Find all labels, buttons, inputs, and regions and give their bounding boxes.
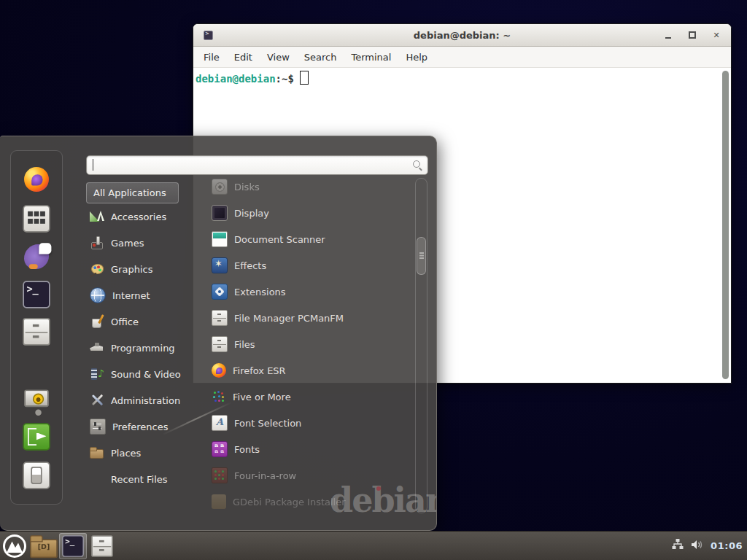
taskbar-clock[interactable]: 01:06 xyxy=(711,540,743,551)
taskbar-file-manager-launcher[interactable] xyxy=(88,533,116,559)
terminal-scrollbar[interactable] xyxy=(721,70,729,380)
category-graphics[interactable]: Graphics xyxy=(86,256,193,282)
search-icon xyxy=(412,160,422,170)
category-internet[interactable]: Internet xyxy=(86,282,193,308)
spacer xyxy=(90,472,104,486)
pidgin-icon xyxy=(24,244,49,269)
taskbar: [D] 01:06 xyxy=(0,531,747,560)
tray-network[interactable] xyxy=(673,540,686,552)
menubar-terminal[interactable]: Terminal xyxy=(344,52,398,63)
search-box xyxy=(86,155,428,175)
maximize-button[interactable] xyxy=(685,28,700,42)
file-manager-icon xyxy=(212,310,228,326)
display-icon xyxy=(212,205,228,221)
app-five-or-more[interactable]: Five or More xyxy=(193,384,411,410)
taskbar-menu-button[interactable] xyxy=(1,533,28,559)
internet-icon xyxy=(90,287,106,303)
app-files[interactable]: Files xyxy=(193,331,411,357)
menu-scrollbar-thumb[interactable] xyxy=(417,237,426,275)
four-in-a-row-icon xyxy=(212,467,228,483)
shut-down-button[interactable] xyxy=(22,461,51,490)
category-places[interactable]: Places xyxy=(86,440,193,466)
volume-icon xyxy=(691,539,705,553)
firefox-icon xyxy=(212,363,226,378)
terminal-scrollbar-thumb[interactable] xyxy=(722,71,729,379)
app-gdebi-package-installer[interactable]: GDebi Package Installer xyxy=(193,489,411,515)
fonts-icon xyxy=(212,441,228,457)
filter-all-applications[interactable]: All Applications xyxy=(86,182,179,203)
category-programming[interactable]: Programming xyxy=(86,335,193,361)
app-fonts[interactable]: Fonts xyxy=(193,436,411,462)
app-label: Font Selection xyxy=(234,418,301,429)
category-games[interactable]: Games xyxy=(86,230,193,256)
category-administration[interactable]: Administration xyxy=(86,387,193,413)
terminal-titlebar[interactable]: debian@debian: ~ xyxy=(193,24,731,47)
app-document-scanner[interactable]: Document Scanner xyxy=(193,226,411,252)
tray-volume[interactable] xyxy=(692,540,705,552)
app-extensions[interactable]: Extensions xyxy=(193,279,411,305)
document-scanner-icon xyxy=(212,231,228,247)
menubar-help[interactable]: Help xyxy=(398,52,435,63)
log-out-icon xyxy=(23,423,50,450)
close-button[interactable] xyxy=(709,28,724,42)
category-label: Preferences xyxy=(112,421,168,432)
log-out-button[interactable] xyxy=(22,422,51,451)
lock-screen-button[interactable] xyxy=(22,385,51,414)
lock-screen-icon xyxy=(24,387,49,412)
category-sound-video[interactable]: Sound & Video xyxy=(86,361,193,387)
menubar-search[interactable]: Search xyxy=(297,52,344,63)
taskbar-desktop-folder-launcher[interactable]: [D] xyxy=(30,533,58,559)
menubar-edit[interactable]: Edit xyxy=(227,52,260,63)
terminal-prompt: debian@debian:~$ xyxy=(196,71,309,85)
app-label: Disks xyxy=(234,182,260,192)
file-cabinet-icon xyxy=(23,318,50,345)
category-list: AccessoriesGamesGraphicsInternetOfficePr… xyxy=(86,203,193,492)
launcher-badge: [D] xyxy=(38,543,50,551)
app-firefox-esr[interactable]: Firefox ESR xyxy=(193,357,411,384)
favorite-terminal[interactable] xyxy=(22,280,51,309)
app-label: File Manager PCManFM xyxy=(234,313,344,324)
category-label: Recent Files xyxy=(111,474,168,485)
category-recent-files[interactable]: Recent Files xyxy=(86,466,193,492)
games-icon xyxy=(90,236,104,250)
favorite-keyboard[interactable] xyxy=(22,204,51,233)
minimize-button[interactable] xyxy=(661,28,676,42)
app-label: Firefox ESR xyxy=(233,365,286,376)
app-label: Five or More xyxy=(233,392,291,402)
category-preferences[interactable]: Preferences xyxy=(86,413,193,440)
system-tray: 01:06 xyxy=(673,540,747,552)
file-cabinet-icon xyxy=(91,535,113,557)
category-label: Accessories xyxy=(111,211,166,222)
category-accessories[interactable]: Accessories xyxy=(86,203,193,230)
taskbar-terminal-launcher[interactable] xyxy=(59,533,87,559)
graphics-icon xyxy=(90,262,104,276)
menu-scrollbar[interactable] xyxy=(415,178,427,513)
app-four-in-a-row[interactable]: Four-in-a-row xyxy=(193,462,411,489)
favorite-file-manager[interactable] xyxy=(22,317,51,346)
app-file-manager-pcmanfm[interactable]: File Manager PCManFM xyxy=(193,305,411,331)
category-label: Administration xyxy=(111,395,180,406)
prompt-path: :~$ xyxy=(276,73,294,85)
places-icon xyxy=(90,446,104,460)
category-office[interactable]: Office xyxy=(86,308,193,335)
app-display[interactable]: Display xyxy=(193,200,411,226)
network-icon xyxy=(672,539,686,553)
category-label: Places xyxy=(111,448,141,459)
app-font-selection[interactable]: Font Selection xyxy=(193,410,411,436)
office-icon xyxy=(90,314,104,329)
favorite-firefox[interactable] xyxy=(22,165,51,194)
menubar-file[interactable]: File xyxy=(196,52,227,63)
app-label: Document Scanner xyxy=(234,234,325,245)
preferences-icon xyxy=(90,419,106,435)
favorite-pidgin[interactable] xyxy=(22,242,51,271)
application-list: DisksDisplayDocument ScannerEffectsExten… xyxy=(193,174,411,515)
category-label: Programming xyxy=(111,343,175,354)
app-effects[interactable]: Effects xyxy=(193,252,411,279)
app-disks[interactable]: Disks xyxy=(193,174,411,200)
search-input[interactable] xyxy=(93,158,406,171)
menubar-view[interactable]: View xyxy=(260,52,297,63)
programming-icon xyxy=(90,341,104,355)
terminal-window-title: debian@debian: ~ xyxy=(193,30,731,41)
app-label: Effects xyxy=(234,260,266,271)
font-selection-icon xyxy=(212,415,228,431)
